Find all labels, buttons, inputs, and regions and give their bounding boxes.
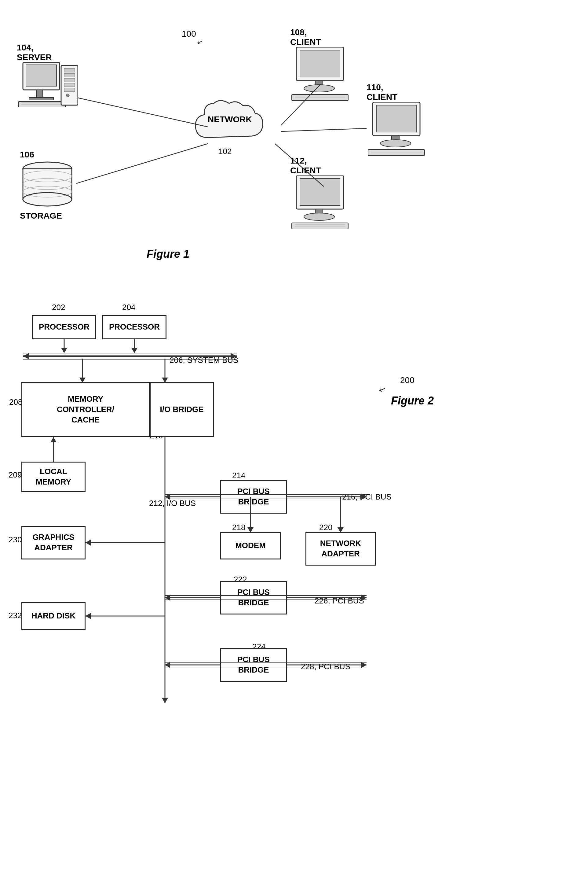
svg-rect-28 — [376, 105, 416, 132]
netadapter-ref: 220 — [319, 523, 332, 532]
svg-marker-60 — [50, 437, 57, 442]
client110-ref: 110, — [366, 83, 428, 92]
pci226-ref: 226, PCI BUS — [315, 596, 364, 606]
graphics-ref: 230 — [9, 535, 22, 544]
network-ref: 102 — [218, 147, 231, 156]
client112-ref: 112, — [290, 156, 351, 166]
sysbus-arrow — [17, 349, 246, 364]
svg-point-13 — [66, 94, 69, 97]
svg-marker-88 — [86, 613, 91, 619]
figure1-container: 100 ↙ 104, SERVER — [0, 12, 588, 287]
svg-rect-12 — [64, 88, 75, 92]
svg-line-42 — [76, 144, 208, 183]
pcibus2-l1: PCI BUS — [237, 587, 269, 598]
ref-200: 200 — [400, 376, 414, 385]
svg-rect-24 — [292, 95, 348, 101]
server-ref-label: 104, — [17, 43, 78, 53]
svg-line-41 — [78, 98, 208, 127]
svg-rect-1 — [26, 65, 57, 86]
svg-rect-9 — [64, 74, 75, 77]
svg-point-37 — [304, 213, 334, 220]
localmem-label1: LOCAL — [36, 466, 71, 477]
modem-ref: 218 — [232, 523, 245, 532]
processor2-box: PROCESSOR — [102, 315, 166, 339]
pci228-ref: 228, PCI BUS — [301, 662, 350, 671]
client110-label: CLIENT — [366, 92, 428, 102]
pcibus1-ref: 214 — [232, 471, 245, 480]
svg-point-16 — [23, 192, 72, 206]
memctrl-ref: 208 — [9, 397, 22, 407]
server-group: 104, SERVER — [17, 43, 78, 143]
client112-icon — [290, 176, 351, 237]
svg-marker-62 — [162, 698, 168, 703]
netadapter-l1: NETWORK — [320, 538, 361, 549]
client108-icon — [290, 47, 351, 108]
memctrl-label3: CACHE — [57, 415, 114, 425]
pcibus3-box: PCI BUS BRIDGE — [220, 648, 287, 682]
memctrl-label2: CONTROLLER/ — [57, 404, 114, 415]
page: 100 ↙ 104, SERVER — [0, 0, 588, 878]
iobus-ref: 212, I/O BUS — [149, 498, 196, 509]
svg-rect-21 — [300, 50, 340, 77]
svg-rect-3 — [29, 98, 54, 100]
network-label: NETWORK — [208, 115, 252, 125]
svg-marker-48 — [231, 353, 237, 359]
localmem-label2: MEMORY — [36, 477, 71, 487]
client110-group: 110, CLIENT — [366, 83, 428, 164]
arrow-100: ↙ — [196, 38, 204, 47]
server-label: SERVER — [17, 53, 78, 62]
harddisk-box: HARD DISK — [21, 602, 86, 630]
client108-label: CLIENT — [290, 37, 351, 47]
svg-rect-11 — [64, 83, 75, 87]
proc2-ref: 204 — [122, 303, 135, 312]
pcibus3-l2: BRIDGE — [237, 665, 269, 675]
pcibus2-box: PCI BUS BRIDGE — [220, 581, 287, 615]
client112-group: 112, CLIENT — [290, 156, 351, 238]
storage-icon — [20, 159, 75, 209]
pcibus3-l1: PCI BUS — [237, 654, 269, 665]
netadapter-l2: ADAPTER — [320, 549, 361, 559]
figure1-caption: Figure 1 — [147, 248, 189, 260]
pcibus1-box: PCI BUS BRIDGE — [220, 480, 287, 514]
client112-label: CLIENT — [290, 166, 351, 176]
svg-rect-31 — [368, 149, 424, 156]
client108-group: 108, CLIENT — [290, 27, 351, 110]
modem-box: MODEM — [220, 532, 281, 559]
pci216-ref: 216, PCI BUS — [342, 492, 392, 502]
memctrl-label1: MEMORY — [57, 394, 114, 404]
svg-rect-8 — [64, 69, 75, 72]
figure2-container: 200 ↙ Figure 2 202 PROCESSOR 204 PROCESS… — [0, 299, 588, 850]
graphics-label1: GRAPHICS — [32, 532, 74, 543]
storage-label: STORAGE — [20, 211, 75, 221]
svg-marker-47 — [23, 353, 29, 359]
svg-rect-38 — [292, 223, 348, 229]
svg-point-30 — [380, 140, 411, 147]
arrow-200: ↙ — [377, 384, 387, 395]
pcibus2-l2: BRIDGE — [237, 598, 269, 608]
server-icon — [17, 62, 78, 142]
svg-marker-80 — [165, 662, 170, 668]
ref-100: 100 — [182, 29, 196, 39]
storage-ref: 106 — [20, 150, 75, 159]
svg-rect-2 — [37, 90, 43, 98]
svg-marker-86 — [86, 540, 91, 546]
pcibus1-l2: BRIDGE — [237, 497, 269, 507]
iobridge-box: I/O BRIDGE — [150, 382, 214, 437]
netadapter-box: NETWORK ADAPTER — [306, 532, 376, 565]
harddisk-ref: 232 — [9, 611, 22, 620]
svg-line-44 — [281, 128, 366, 131]
client110-icon — [366, 102, 428, 163]
client108-ref: 108, — [290, 27, 351, 37]
pcibus1-l1: PCI BUS — [237, 486, 269, 497]
proc1-ref: 202 — [52, 303, 65, 312]
svg-rect-35 — [300, 179, 340, 206]
graphics-label2: ADAPTER — [32, 543, 74, 553]
localmem-ref: 209 — [9, 470, 22, 480]
svg-rect-10 — [64, 78, 75, 82]
storage-group: 106 STORAGE — [20, 150, 75, 221]
svg-marker-82 — [362, 662, 366, 668]
network-cloud: NETWORK 102 — [189, 95, 281, 157]
graphics-box: GRAPHICS ADAPTER — [21, 526, 86, 559]
iobridge-label1: I/O BRIDGE — [160, 404, 203, 415]
processor1-box: PROCESSOR — [32, 315, 96, 339]
